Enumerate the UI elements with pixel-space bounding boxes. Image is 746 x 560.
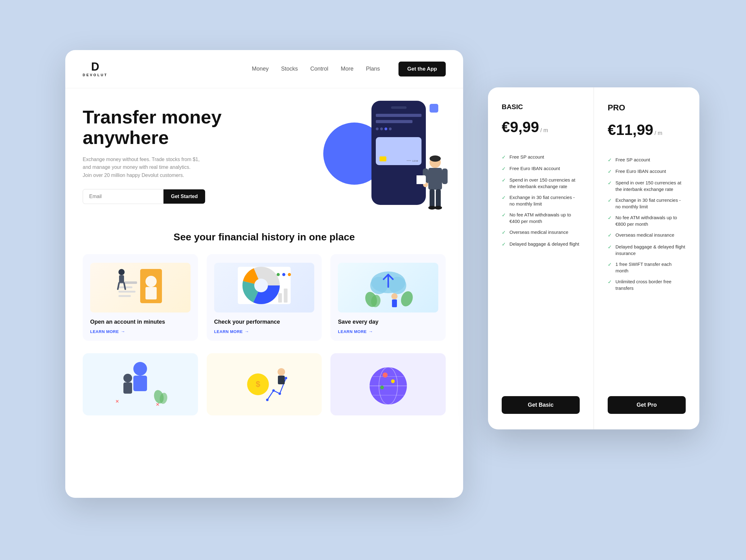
hero-form: Get Started [83,189,446,204]
svg-text:✕: ✕ [115,399,119,404]
svg-point-18 [118,269,125,275]
get-basic-button[interactable]: Get Basic [502,396,580,414]
svg-rect-16 [118,291,136,292]
pro-feature-9: ✓ Unlimited cross border free transfers [608,278,686,291]
scene: D DEVOLUT Money Stocks Control More Plan… [47,31,699,529]
pro-feature-8: ✓ 1 free SWIFT transfer each month [608,261,686,274]
pro-check-5: ✓ [608,215,612,221]
pro-check-3: ✓ [608,180,612,187]
feature-title-save: Save every day [338,319,438,325]
save-svg [359,265,418,310]
get-pro-button[interactable]: Get Pro [608,396,686,414]
nav-control[interactable]: Control [310,65,328,72]
check-icon-1: ✓ [502,154,506,161]
arrow-icon-save: → [369,329,373,334]
travel-svg [357,356,419,412]
svg-rect-17 [118,295,131,297]
basic-price-partial: €9,99 [502,118,539,136]
basic-feature-1: ✓ Free SP account [502,153,580,161]
pro-check-8: ✓ [608,261,612,268]
svg-text:✕: ✕ [156,402,160,407]
svg-point-35 [389,277,406,294]
svg-point-42 [133,362,147,375]
basic-feature-3: ✓ Spend in over 150 currencies at the in… [502,177,580,190]
svg-rect-29 [284,288,288,303]
pro-check-1: ✓ [608,157,612,164]
pro-price: €11,99 [608,121,653,138]
svg-point-54 [279,392,281,395]
pro-feature-1: ✓ Free SP account [608,157,686,164]
hero-subtitle: Exchange money without fees. Trade stock… [83,156,201,179]
svg-point-30 [277,273,280,276]
features-bottom-wrap: ✕ ✕ $ [65,353,463,415]
feature-card-invest: $ [207,353,322,415]
section-title: See your financial history in one place [65,217,463,254]
nav-plans[interactable]: Plans [366,65,380,72]
hero-section: Transfer money anywhere Exchange money w… [65,88,463,217]
feature-card-family: ✕ ✕ [83,353,198,415]
feature-illus-performance [214,263,315,312]
arrow-icon-account: → [121,329,125,334]
basic-plan-name: BASIC [502,103,580,111]
bottom-fade [65,479,463,498]
nav-links: Money Stocks Control More Plans Get the … [252,61,446,77]
nav-more[interactable]: More [341,65,353,72]
basic-price-wrapper: €9,99 / m [502,118,580,136]
basic-per: / m [540,127,548,134]
svg-point-34 [370,277,388,294]
pro-check-2: ✓ [608,168,612,175]
svg-point-27 [254,279,268,292]
feature-link-account[interactable]: LEARN MORE → [90,329,191,334]
features-grid: Open an account in minutes LEARN MORE → [65,254,463,353]
main-card: D DEVOLUT Money Stocks Control More Plan… [65,50,463,498]
pro-price-wrapper: €11,99 / m [608,121,686,138]
basic-feature-5: ✓ No fee ATM withdrawals up to €400 per … [502,212,580,224]
feature-card-save: Save every day LEARN MORE → [331,254,446,341]
check-icon-3: ✓ [502,177,506,184]
pro-feature-5: ✓ No fee ATM withdrawals up to €800 per … [608,214,686,227]
svg-point-52 [266,399,268,401]
feature-link-performance[interactable]: LEARN MORE → [214,329,315,334]
check-icon-2: ✓ [502,165,506,172]
svg-point-44 [123,374,132,383]
hero-title: Transfer money anywhere [83,107,446,148]
check-icon-5: ✓ [502,212,506,219]
get-started-button[interactable]: Get Started [164,189,205,204]
family-svg: ✕ ✕ [109,356,171,412]
check-icon-4: ✓ [502,194,506,201]
svg-point-6 [434,206,442,209]
nav-money[interactable]: Money [252,65,268,72]
pro-per: / m [655,130,662,137]
feature-link-save[interactable]: LEARN MORE → [338,329,438,334]
svg-rect-28 [278,293,282,303]
feature-title-performance: Check your performance [214,319,315,325]
pro-check-7: ✓ [608,244,612,251]
pro-feature-3: ✓ Spend in over 150 currencies at the in… [608,179,686,193]
pricing-basic: BASIC €9,99 / m ✓ Free SP account ✓ Free… [488,87,594,429]
feature-illus-save [338,263,438,312]
svg-rect-19 [119,275,124,283]
pro-check-9: ✓ [608,279,612,285]
pricing-card: BASIC €9,99 / m ✓ Free SP account ✓ Free… [488,87,699,429]
account-svg [112,266,168,309]
logo: D DEVOLUT [83,61,108,77]
svg-rect-57 [278,375,285,384]
svg-point-55 [285,377,287,379]
svg-line-20 [118,283,119,289]
svg-rect-13 [145,287,157,300]
check-icon-7: ✓ [502,241,506,248]
svg-point-53 [272,389,275,392]
pricing-pro: PRO €11,99 / m ✓ Free SP account ✓ Free … [594,87,699,429]
basic-feature-7: ✓ Delayed baggage & delayed flight [502,241,580,248]
invest-svg: $ [233,356,295,412]
email-input[interactable] [83,189,164,204]
pro-check-6: ✓ [608,232,612,239]
svg-rect-43 [133,375,147,391]
svg-point-32 [288,273,291,276]
pro-features-list: ✓ Free SP account ✓ Free Euro IBAN accou… [608,157,686,291]
feature-title-account: Open an account in minutes [90,319,191,325]
get-app-button[interactable]: Get the App [399,61,446,77]
navbar: D DEVOLUT Money Stocks Control More Plan… [65,50,463,88]
svg-point-56 [278,368,285,375]
nav-stocks[interactable]: Stocks [281,65,298,72]
